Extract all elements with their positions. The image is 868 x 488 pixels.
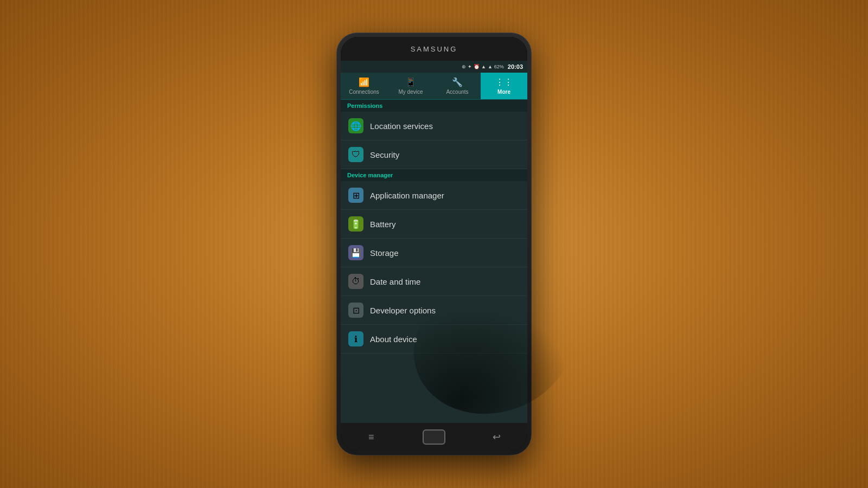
date-time-item[interactable]: ⏱ Date and time — [341, 267, 527, 296]
accounts-icon: 🔧 — [452, 77, 463, 87]
alarm-icon: ⏰ — [474, 64, 480, 69]
tab-accounts-label: Accounts — [446, 89, 468, 95]
top-bezel: SAMSUNG — [341, 37, 527, 61]
storage-item[interactable]: 💾 Storage — [341, 239, 527, 267]
device-manager-header: Device manager — [341, 169, 527, 181]
status-bar: ⊕ ✦ ⏰ ▲ ▲ 62% 20:03 — [341, 61, 527, 73]
wifi-icon: ▲ — [488, 64, 493, 69]
menu-button[interactable]: ≡ — [361, 427, 381, 447]
permissions-header: Permissions — [341, 100, 527, 112]
developer-icon: ⊡ — [348, 303, 363, 318]
home-button[interactable] — [423, 429, 445, 445]
battery-item[interactable]: 🔋 Battery — [341, 210, 527, 239]
date-time-icon: ⏱ — [348, 274, 363, 289]
date-time-label: Date and time — [370, 277, 420, 286]
samsung-logo: SAMSUNG — [411, 45, 458, 53]
tab-my-device[interactable]: 📱 My device — [387, 73, 434, 99]
location-services-label: Location services — [370, 121, 433, 131]
signal-icon: ▲ — [481, 64, 486, 69]
back-icon: ↩ — [493, 431, 501, 443]
about-device-item[interactable]: ℹ About device — [341, 325, 527, 354]
bluetooth-icon: ✦ — [468, 64, 472, 69]
location-icon: 🌐 — [348, 118, 363, 133]
security-item[interactable]: 🛡 Security — [341, 140, 527, 169]
application-manager-item[interactable]: ⊞ Application manager — [341, 181, 527, 210]
developer-options-label: Developer options — [370, 306, 436, 315]
connections-icon: 📶 — [359, 77, 369, 87]
clock: 20:03 — [508, 63, 523, 70]
more-icon: ⋮⋮ — [495, 77, 513, 87]
phone-device: SAMSUNG ⊕ ✦ ⏰ ▲ ▲ 62% 20:03 📶 — [336, 33, 532, 455]
battery-icon: 🔋 — [348, 216, 363, 232]
tab-more[interactable]: ⋮⋮ More — [481, 73, 527, 99]
back-button[interactable]: ↩ — [487, 427, 507, 447]
battery-percent: 62% — [494, 64, 504, 69]
battery-label: Battery — [370, 220, 396, 229]
tab-more-label: More — [497, 89, 510, 95]
tab-my-device-label: My device — [398, 89, 423, 95]
tab-connections[interactable]: 📶 Connections — [341, 73, 387, 99]
location-services-item[interactable]: 🌐 Location services — [341, 112, 527, 140]
about-device-label: About device — [370, 335, 417, 344]
sync-icon: ⊕ — [462, 64, 466, 69]
storage-icon: 💾 — [348, 245, 363, 260]
tab-bar: 📶 Connections 📱 My device 🔧 Accounts ⋮⋮ … — [341, 73, 527, 100]
app-manager-icon: ⊞ — [348, 188, 363, 203]
settings-list: Permissions 🌐 Location services 🛡 Securi… — [341, 100, 527, 423]
security-label: Security — [370, 150, 399, 159]
developer-options-item[interactable]: ⊡ Developer options — [341, 296, 527, 325]
storage-label: Storage — [370, 248, 399, 258]
about-icon: ℹ — [348, 331, 363, 346]
tab-accounts[interactable]: 🔧 Accounts — [434, 73, 481, 99]
app-manager-label: Application manager — [370, 191, 444, 200]
status-icons: ⊕ ✦ ⏰ ▲ ▲ 62% 20:03 — [462, 63, 523, 70]
bottom-bezel: ≡ ↩ — [341, 423, 527, 451]
screen: ⊕ ✦ ⏰ ▲ ▲ 62% 20:03 📶 Connections 📱 My d — [341, 61, 527, 423]
menu-icon: ≡ — [368, 432, 374, 443]
tab-connections-label: Connections — [349, 89, 379, 95]
security-icon: 🛡 — [348, 147, 363, 162]
my-device-icon: 📱 — [405, 77, 416, 87]
